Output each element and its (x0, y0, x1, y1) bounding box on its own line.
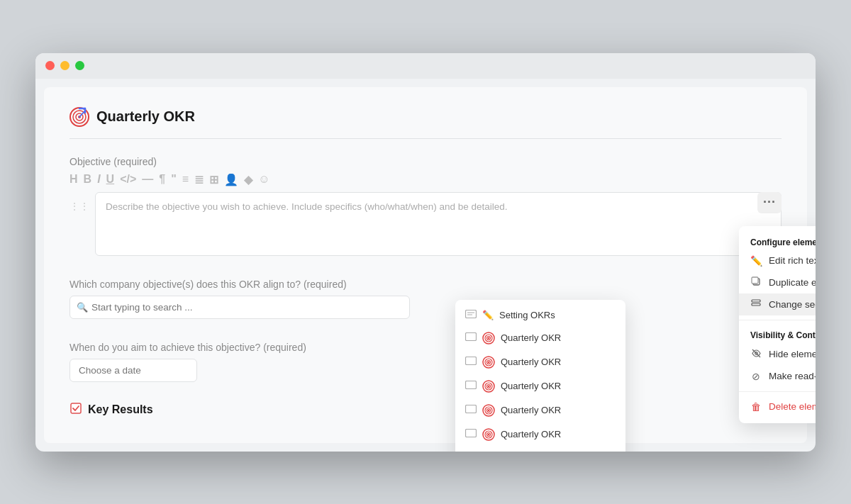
configure-menu-title: Configure element (739, 232, 816, 250)
section-item-label-q5: Quarterly OKR (501, 429, 561, 439)
svg-point-40 (488, 433, 489, 435)
edit-textarea-label: Edit rich textarea (769, 255, 816, 266)
change-section-item[interactable]: Change section ▶ (739, 293, 816, 315)
minimize-button[interactable] (60, 61, 69, 70)
section-item-icon-setting (465, 310, 477, 320)
section-item-label-setting-okrs: Setting OKRs (499, 310, 555, 320)
svg-point-25 (488, 361, 489, 362)
eye-off-icon (750, 348, 762, 361)
toolbar-code[interactable]: </> (120, 173, 136, 186)
hide-element-item[interactable]: Hide element in this state (739, 343, 816, 366)
drag-handle-icon[interactable]: ⋮⋮ (69, 192, 89, 212)
section-item-icon-q1 (465, 332, 477, 343)
toolbar-ol[interactable]: ≣ (194, 173, 204, 186)
toolbar-bold[interactable]: B (84, 173, 92, 186)
date-label: When do you aim to achieve this objectiv… (69, 342, 782, 353)
pencil-icon: ✏️ (750, 255, 762, 267)
toolbar-color[interactable]: ◆ (244, 173, 252, 186)
okr-logo-icon-2 (482, 356, 495, 369)
section-item-label-q2: Quarterly OKR (501, 357, 561, 367)
toolbar-paragraph[interactable]: ¶ (159, 173, 165, 186)
section-item-quarterly-2[interactable]: Quarterly OKR (455, 350, 625, 374)
main-content: Quarterly OKR Objective (required) H B I… (44, 87, 807, 443)
no-circle-icon: ⊘ (750, 371, 762, 382)
hide-element-label: Hide element in this state (769, 349, 816, 359)
trash-icon: 🗑 (750, 401, 762, 413)
toolbar-ul[interactable]: ≡ (182, 173, 189, 186)
section-item-quarterly-3[interactable]: Quarterly OKR (455, 374, 625, 398)
align-label: Which company objective(s) does this OKR… (69, 279, 782, 290)
delete-element-item[interactable]: 🗑 Delete element (739, 396, 816, 418)
toolbar-underline[interactable]: U (106, 173, 115, 186)
search-icon: 🔍 (77, 302, 88, 313)
okr-logo-icon-4 (482, 404, 495, 417)
edit-textarea-item[interactable]: ✏️ Edit rich textarea (739, 250, 816, 271)
okr-logo-icon-1 (482, 332, 495, 345)
key-results-icon (69, 402, 82, 418)
app-window: Quarterly OKR Objective (required) H B I… (35, 53, 816, 452)
toolbar-image[interactable]: ⊞ (209, 173, 218, 186)
toolbar-emoji[interactable]: ☺ (258, 173, 269, 186)
section-item-quarterly-4[interactable]: Quarterly OKR (455, 398, 625, 422)
titlebar (35, 53, 816, 79)
section-item-icon-q3 (465, 381, 477, 391)
section-item-objective-approval[interactable]: ✔ Objective Approval (455, 447, 625, 452)
section-item-icon-q4 (465, 405, 477, 415)
more-options-button[interactable]: ··· (757, 192, 782, 213)
svg-rect-36 (466, 430, 477, 437)
toolbar-user[interactable]: 👤 (224, 173, 238, 186)
date-input[interactable] (69, 359, 197, 382)
app-logo-icon (69, 107, 89, 127)
sections-submenu: ✏️ Setting OKRs Quarterly OKR Qua (455, 300, 625, 452)
section-item-pen-icon: ✏️ (482, 310, 494, 320)
duplicate-element-item[interactable]: Duplicate element (739, 271, 816, 293)
svg-rect-10 (752, 303, 760, 306)
section-item-quarterly-5[interactable]: Quarterly OKR (455, 422, 625, 447)
svg-point-35 (488, 409, 489, 410)
textarea-wrapper: ⋮⋮ Describe the objective you wish to ac… (69, 192, 782, 256)
svg-rect-31 (466, 405, 477, 413)
section-item-icon-q2 (465, 357, 477, 367)
readonly-label: Make read-only in this state (769, 371, 816, 381)
copy-icon (750, 276, 762, 289)
section-item-label-q4: Quarterly OKR (501, 405, 561, 415)
editor-toolbar: H B I U </> — ¶ " ≡ ≣ ⊞ 👤 ◆ ☺ (69, 173, 782, 186)
svg-point-30 (488, 385, 489, 386)
section-item-setting-okrs[interactable]: ✏️ Setting OKRs (455, 304, 625, 326)
okr-logo-icon-5 (482, 428, 495, 441)
configure-element-menu: Configure element ✏️ Edit rich textarea … (739, 226, 816, 423)
visibility-menu-title: Visibility & Control (739, 325, 816, 343)
svg-line-12 (752, 349, 760, 357)
toolbar-hr[interactable]: — (142, 173, 153, 186)
toolbar-h[interactable]: H (69, 173, 78, 186)
menu-divider-1 (739, 320, 816, 320)
svg-rect-8 (752, 277, 758, 284)
key-results-title: Key Results (88, 403, 153, 416)
objective-section: Objective (required) H B I U </> — ¶ " ≡… (69, 156, 782, 256)
section-item-quarterly-1[interactable]: Quarterly OKR (455, 326, 625, 350)
delete-element-label: Delete element (769, 401, 816, 412)
search-wrap: 🔍 (69, 296, 410, 319)
menu-divider-2 (739, 391, 816, 392)
readonly-item[interactable]: ⊘ Make read-only in this state (739, 366, 816, 387)
objective-textarea[interactable]: Describe the objective you wish to achie… (95, 192, 782, 256)
search-input[interactable] (69, 296, 410, 319)
maximize-button[interactable] (75, 61, 84, 70)
align-section: Which company objective(s) does this OKR… (69, 279, 782, 319)
svg-rect-42 (71, 403, 81, 413)
objective-label: Objective (required) (69, 156, 782, 167)
section-item-label-q3: Quarterly OKR (501, 381, 561, 391)
toolbar-quote[interactable]: " (171, 173, 177, 186)
app-header: Quarterly OKR (69, 107, 782, 139)
toolbar-italic[interactable]: I (97, 173, 100, 186)
svg-rect-21 (466, 357, 477, 365)
okr-logo-icon-3 (482, 380, 495, 393)
svg-rect-9 (752, 300, 760, 302)
section-item-icon-q5 (465, 429, 477, 439)
date-section: When do you aim to achieve this objectiv… (69, 342, 782, 382)
svg-point-20 (488, 337, 489, 338)
key-results-section: Key Results (69, 402, 782, 418)
change-section-label: Change section (769, 299, 816, 310)
svg-rect-26 (466, 381, 477, 389)
close-button[interactable] (45, 61, 55, 70)
